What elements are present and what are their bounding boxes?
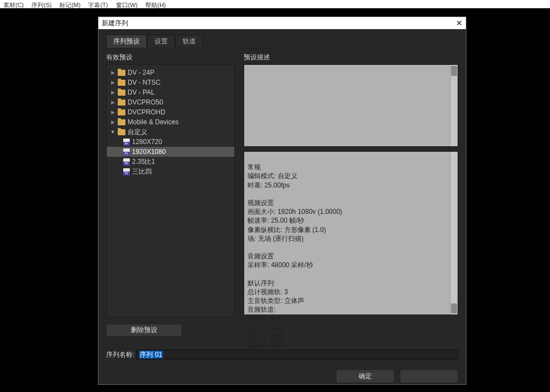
dialog-titlebar: 新建序列 ✕ — [98, 17, 466, 29]
folder-icon — [118, 119, 125, 125]
scrollbar[interactable] — [450, 152, 458, 314]
new-sequence-dialog: 新建序列 ✕ 序列预设 设置 轨道 有效预设 ▶DV - 24P ▶DV - N… — [98, 16, 466, 385]
folder-icon — [118, 109, 125, 115]
folder-icon — [118, 100, 125, 106]
preset-file-icon — [123, 148, 130, 156]
tree-file[interactable]: 三比四 — [107, 167, 234, 176]
menu-clip[interactable]: 素材(C) — [3, 1, 24, 7]
preset-details-box: 常规 编辑模式: 自定义 时基: 25.00fps 视频设置 画面大小: 192… — [244, 151, 458, 315]
tree-folder[interactable]: ▶DV - NTSC — [107, 78, 234, 87]
cancel-button[interactable] — [400, 369, 458, 383]
chevron-right-icon: ▶ — [110, 119, 116, 125]
close-icon[interactable]: ✕ — [456, 19, 463, 27]
ok-button[interactable]: 确定 — [336, 369, 394, 383]
scrollbar[interactable] — [450, 65, 458, 146]
app-menubar: 素材(C) 序列(S) 标记(M) 字幕(T) 窗口(W) 帮助(H) — [0, 0, 550, 8]
menu-window[interactable]: 窗口(W) — [116, 1, 138, 7]
preset-file-icon — [123, 139, 130, 146]
preset-file-icon — [123, 158, 130, 165]
dialog-tabs: 序列预设 设置 轨道 — [106, 35, 458, 48]
tab-settings[interactable]: 设置 — [147, 35, 175, 48]
tree-folder[interactable]: ▶DVCPROHD — [107, 107, 234, 117]
tree-file[interactable]: 1280X720 — [107, 137, 234, 147]
sequence-name-input[interactable]: 序列 01 — [136, 350, 458, 360]
chevron-right-icon: ▶ — [110, 100, 116, 105]
folder-icon — [118, 70, 125, 76]
tree-folder[interactable]: ▶DV - 24P — [107, 68, 234, 78]
folder-icon — [118, 129, 125, 135]
scrollbar-thumb[interactable] — [451, 303, 457, 313]
tab-tracks[interactable]: 轨道 — [175, 35, 203, 48]
chevron-down-icon: ▼ — [110, 129, 116, 135]
menu-help[interactable]: 帮助(H) — [145, 1, 166, 7]
dialog-title: 新建序列 — [102, 19, 128, 28]
preset-tree: ▶DV - 24P ▶DV - NTSC ▶DV - PAL ▶DVCPRO50… — [106, 64, 235, 317]
menu-marker[interactable]: 标记(M) — [59, 1, 81, 7]
menu-sequence[interactable]: 序列(S) — [31, 1, 52, 7]
chevron-right-icon: ▶ — [110, 90, 116, 95]
sequence-name-label: 序列名称: — [106, 350, 134, 360]
folder-icon — [118, 90, 125, 96]
menu-title[interactable]: 字幕(T) — [88, 1, 108, 7]
tree-folder[interactable]: ▶Mobile & Devices — [107, 117, 234, 127]
scrollbar-thumb[interactable] — [451, 66, 457, 76]
tree-file[interactable]: 1920X1080 — [107, 147, 234, 157]
available-presets-label: 有效预设 — [106, 53, 235, 62]
preset-description-label: 预设描述 — [244, 53, 458, 62]
tree-folder[interactable]: ▼自定义 — [107, 127, 234, 137]
preset-file-icon — [123, 168, 130, 175]
tree-folder[interactable]: ▶DV - PAL — [107, 87, 234, 97]
tree-file[interactable]: 2.35比1 — [107, 157, 234, 167]
delete-preset-button[interactable]: 删除预设 — [106, 324, 182, 336]
preset-description-box — [244, 64, 458, 147]
folder-icon — [118, 80, 125, 86]
tree-folder[interactable]: ▶DVCPRO50 — [107, 97, 234, 107]
chevron-right-icon: ▶ — [110, 70, 116, 75]
chevron-right-icon: ▶ — [110, 80, 116, 85]
tab-preset[interactable]: 序列预设 — [106, 35, 147, 48]
chevron-right-icon: ▶ — [110, 109, 116, 115]
